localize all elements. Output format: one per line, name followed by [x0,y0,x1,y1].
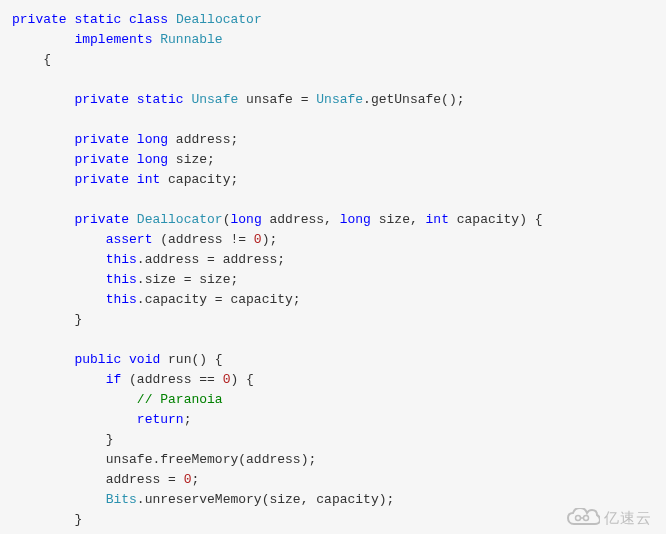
code-text: .size = size; [137,272,238,287]
class-name: Unsafe [191,92,238,107]
keyword: class [129,12,168,27]
keyword: private [12,12,67,27]
watermark: 亿速云 [566,508,652,528]
line: this.address = address; [12,252,285,267]
keyword: private [74,172,129,187]
keyword: int [426,212,449,227]
keyword: private [74,152,129,167]
line: // Paranoia [12,392,223,407]
keyword: long [340,212,371,227]
number: 0 [254,232,262,247]
code-text: .address = address; [137,252,285,267]
line: private int capacity; [12,172,238,187]
blank-line [12,112,20,127]
keyword: long [137,132,168,147]
line: this.size = size; [12,272,238,287]
svg-point-1 [584,516,589,521]
code-text: capacity) { [449,212,543,227]
code-text: ; [184,412,192,427]
keyword: static [137,92,184,107]
keyword: static [74,12,121,27]
keyword: public [74,352,121,367]
keyword: this [106,272,137,287]
class-name: Bits [106,492,137,507]
line: address = 0; [12,472,199,487]
code-text: .getUnsafe(); [363,92,464,107]
code-text: unsafe = [238,92,316,107]
code-text: run() { [160,352,222,367]
line: } [12,512,82,527]
brace: { [43,52,51,67]
keyword: implements [74,32,152,47]
code-text: ; [191,472,199,487]
line: { [12,52,51,67]
line: assert (address != 0); [12,232,277,247]
code-text: capacity; [160,172,238,187]
code-text: address = [106,472,184,487]
code-text: ); [262,232,278,247]
line: private long address; [12,132,238,147]
cloud-icon [566,508,600,528]
brace: } [74,512,82,527]
line: private Deallocator(long address, long s… [12,212,543,227]
class-name: Deallocator [176,12,262,27]
line: if (address == 0) { [12,372,254,387]
keyword: this [106,292,137,307]
keyword: long [137,152,168,167]
code-text: address; [168,132,238,147]
line: implements Runnable [12,32,223,47]
keyword: int [137,172,160,187]
brace: } [106,432,114,447]
code-text: unsafe.freeMemory(address); [106,452,317,467]
code-text: (address != [152,232,253,247]
blank-line [12,192,20,207]
line: return; [12,412,191,427]
code-text: (address == [121,372,222,387]
code-text: address, [262,212,340,227]
keyword: assert [106,232,153,247]
class-name: Runnable [160,32,222,47]
blank-line [12,332,20,347]
keyword: void [129,352,160,367]
keyword: this [106,252,137,267]
comment: // Paranoia [137,392,223,407]
line: public void run() { [12,352,223,367]
blank-line [12,72,20,87]
line: this.capacity = capacity; [12,292,301,307]
class-name: Unsafe [316,92,363,107]
keyword: private [74,212,129,227]
class-name: Deallocator [137,212,223,227]
code-text: ) { [230,372,253,387]
line: } [12,432,113,447]
brace: } [74,312,82,327]
watermark-text: 亿速云 [604,508,652,528]
code-block: private static class Deallocator impleme… [12,10,654,534]
line: private static class Deallocator [12,12,262,27]
keyword: if [106,372,122,387]
svg-point-0 [576,516,581,521]
line: unsafe.freeMemory(address); [12,452,316,467]
line: private static Unsafe unsafe = Unsafe.ge… [12,92,465,107]
code-text: size, [371,212,426,227]
keyword: long [230,212,261,227]
code-text: .capacity = capacity; [137,292,301,307]
code-text: .unreserveMemory(size, capacity); [137,492,394,507]
line: } [12,312,82,327]
line: private long size; [12,152,215,167]
line: Bits.unreserveMemory(size, capacity); [12,492,394,507]
code-text: size; [168,152,215,167]
keyword: private [74,92,129,107]
keyword: private [74,132,129,147]
keyword: return [137,412,184,427]
